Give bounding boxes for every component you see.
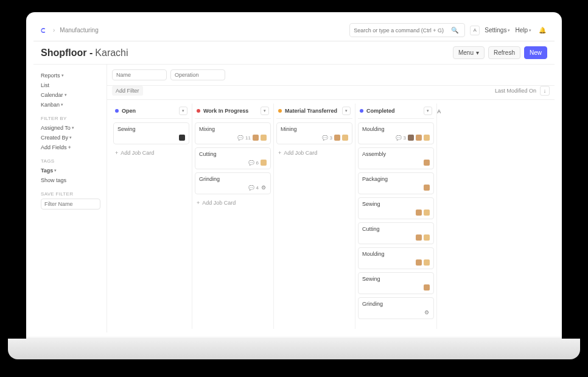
avatar bbox=[334, 135, 340, 141]
card-title: Grinding bbox=[362, 301, 430, 307]
card-title: Sewing bbox=[362, 276, 430, 282]
kanban-column: Open▾Sewing+Add Job Card bbox=[111, 104, 192, 329]
menu-button[interactable]: Menu▾ bbox=[453, 46, 485, 59]
comment-count: 6 bbox=[256, 160, 259, 166]
sidebar-view-list[interactable]: List bbox=[41, 80, 100, 90]
kanban-card[interactable]: Moulding💬3 bbox=[358, 122, 434, 144]
add-card-button[interactable]: +Add Job Card bbox=[113, 147, 189, 158]
refresh-button[interactable]: Refresh bbox=[488, 46, 520, 59]
card-title: Assembly bbox=[362, 151, 430, 157]
avatar bbox=[424, 210, 430, 216]
settings-menu[interactable]: Settings▾ bbox=[485, 27, 510, 33]
comment-count: 11 bbox=[245, 135, 251, 141]
help-menu[interactable]: Help▾ bbox=[515, 27, 531, 33]
comment-icon: 💬 bbox=[237, 135, 243, 141]
kanban-column: Work In Progress▾Mixing💬11Cutting💬6Grind… bbox=[192, 104, 274, 329]
sidebar-view-kanban[interactable]: Kanban▾ bbox=[41, 100, 100, 110]
comment-count: 4 bbox=[256, 185, 259, 191]
column-header: Work In Progress▾ bbox=[195, 104, 271, 119]
avatar bbox=[416, 210, 422, 216]
filter-name-input[interactable] bbox=[41, 199, 100, 210]
kanban-card[interactable]: Cutting bbox=[358, 222, 434, 244]
kanban-card[interactable]: Packaging bbox=[358, 172, 434, 194]
plus-icon: + bbox=[115, 150, 118, 156]
kanban-card[interactable]: Sewing bbox=[358, 197, 434, 219]
plus-icon: + bbox=[197, 200, 200, 206]
column-title: Work In Progress bbox=[203, 108, 257, 114]
plus-icon: + bbox=[278, 150, 281, 156]
gear-icon: ⚙ bbox=[424, 309, 430, 315]
avatar bbox=[424, 284, 430, 291]
kanban-board: Open▾Sewing+Add Job CardWork In Progress… bbox=[107, 100, 555, 333]
card-title: Sewing bbox=[117, 126, 185, 132]
kanban-column: Completed▾Moulding💬3AssemblyPackagingSew… bbox=[355, 104, 437, 329]
avatar bbox=[424, 259, 430, 266]
column-title: Completed bbox=[366, 108, 421, 114]
status-dot bbox=[115, 109, 119, 113]
search-input[interactable] bbox=[354, 27, 446, 33]
name-filter[interactable] bbox=[112, 69, 167, 80]
avatar bbox=[179, 135, 185, 141]
avatar bbox=[342, 135, 348, 141]
card-title: Cutting bbox=[362, 226, 430, 232]
status-dot bbox=[197, 109, 200, 113]
card-title: Sewing bbox=[362, 201, 430, 207]
avatar bbox=[416, 234, 422, 241]
search-icon[interactable]: 🔍 bbox=[449, 26, 461, 35]
kanban-card[interactable]: Assembly bbox=[358, 147, 434, 169]
comment-icon: 💬 bbox=[248, 185, 254, 191]
chevron-right-icon: › bbox=[53, 27, 55, 33]
sidebar-filter-created-by[interactable]: Created By▾ bbox=[41, 133, 100, 143]
sort-direction-icon[interactable]: ↓ bbox=[540, 86, 550, 96]
new-button[interactable]: New bbox=[524, 46, 547, 59]
sidebar-view-reports[interactable]: Reports▾ bbox=[41, 71, 100, 80]
avatar bbox=[261, 160, 267, 166]
tags-section: TAGS bbox=[41, 158, 100, 164]
operation-filter[interactable] bbox=[170, 69, 225, 80]
filter-by-section: FILTER BY bbox=[41, 116, 100, 121]
search-box[interactable]: 🔍 bbox=[349, 23, 465, 37]
add-card-button[interactable]: +Add Job Card bbox=[276, 147, 352, 158]
bell-icon[interactable]: 🔔 bbox=[536, 26, 548, 35]
kanban-card[interactable]: Moulding bbox=[358, 247, 434, 269]
column-header: Material Transferred▾ bbox=[276, 104, 352, 119]
column-menu-icon[interactable]: ▾ bbox=[179, 107, 187, 115]
card-title: Grinding bbox=[199, 176, 267, 182]
kanban-column: Material Transferred▾Mining💬3+Add Job Ca… bbox=[274, 104, 355, 329]
kanban-card[interactable]: Grinding⚙ bbox=[358, 297, 434, 319]
column-menu-icon[interactable]: ▾ bbox=[261, 107, 269, 115]
card-title: Cutting bbox=[199, 151, 267, 157]
comment-count: 3 bbox=[404, 135, 406, 141]
app-logo[interactable] bbox=[40, 26, 48, 35]
show-tags[interactable]: Show tags bbox=[41, 175, 100, 185]
add-filter-button[interactable]: Add Filter bbox=[112, 86, 143, 96]
kanban-card[interactable]: Sewing bbox=[358, 272, 434, 294]
comment-icon: 💬 bbox=[396, 135, 402, 141]
add-fields[interactable]: Add Fields + bbox=[41, 143, 100, 152]
save-filter-section: SAVE FILTER bbox=[41, 191, 100, 197]
sidebar-filter-assigned-to[interactable]: Assigned To▾ bbox=[41, 123, 100, 133]
column-menu-icon[interactable]: ▾ bbox=[342, 107, 351, 115]
kanban-card[interactable]: Cutting💬6 bbox=[195, 147, 271, 169]
column-title: Open bbox=[122, 108, 176, 114]
comment-icon: 💬 bbox=[248, 160, 254, 166]
avatar bbox=[424, 160, 430, 166]
tags-menu[interactable]: Tags▾ bbox=[41, 166, 100, 175]
status-dot bbox=[278, 109, 282, 113]
gear-icon: ⚙ bbox=[261, 185, 267, 191]
column-menu-icon[interactable]: ▾ bbox=[424, 107, 432, 115]
avatar bbox=[424, 185, 430, 191]
breadcrumb[interactable]: Manufacturing bbox=[60, 27, 98, 33]
page-header: Shopfloor -Karachi Menu▾ Refresh New bbox=[33, 41, 555, 65]
comment-icon: 💬 bbox=[322, 135, 328, 141]
sidebar-view-calendar[interactable]: Calendar▾ bbox=[41, 90, 100, 100]
add-card-button[interactable]: +Add Job Card bbox=[195, 197, 271, 208]
avatar bbox=[424, 234, 430, 241]
sort-label[interactable]: Last Modified On bbox=[495, 88, 536, 94]
kanban-card[interactable]: Sewing bbox=[113, 122, 189, 144]
kanban-card[interactable]: Mixing💬11 bbox=[195, 122, 271, 144]
workspace-badge[interactable]: A bbox=[470, 26, 480, 35]
next-column-hint: A bbox=[437, 104, 444, 329]
kanban-card[interactable]: Mining💬3 bbox=[276, 122, 352, 144]
kanban-card[interactable]: Grinding💬4⚙ bbox=[195, 172, 271, 194]
